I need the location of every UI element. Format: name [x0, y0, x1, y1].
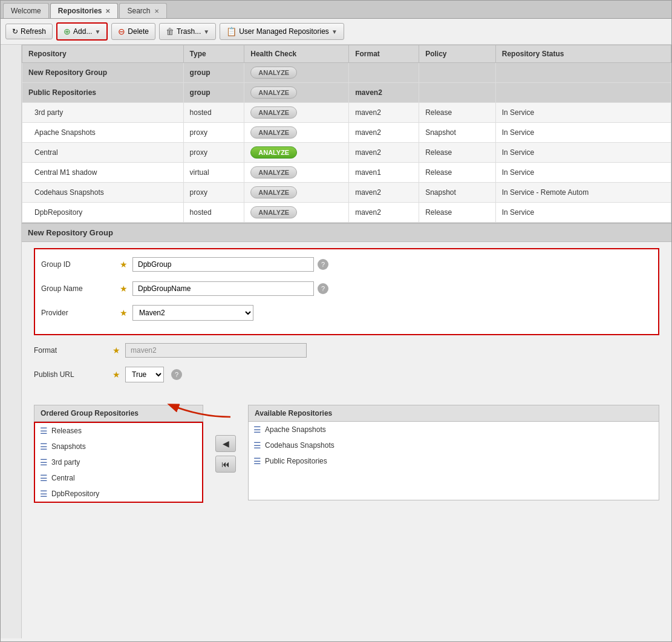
format-star: ★	[113, 346, 120, 355]
list-item-icon: ☰	[40, 457, 48, 467]
analyze-button[interactable]: ANALYZE	[250, 106, 297, 119]
cell-name: New Repository Group	[22, 63, 184, 83]
group-name-star: ★	[120, 284, 128, 293]
repos-panels: Ordered Group Repositories ☰Releases☰Sna…	[22, 396, 671, 512]
user-managed-button[interactable]: 📋 User Managed Repositories ▼	[220, 23, 344, 40]
list-item[interactable]: ☰Codehaus Snapshots	[249, 437, 659, 453]
add-icon: ⊕	[64, 27, 71, 36]
tab-repositories-close[interactable]: ✕	[105, 8, 110, 15]
provider-star: ★	[120, 308, 128, 318]
col-format: Format	[349, 45, 419, 63]
analyze-button[interactable]: ANALYZE	[250, 126, 297, 139]
cell-status: In Service - Remote Autom	[495, 183, 671, 203]
cell-status	[495, 83, 671, 103]
list-item[interactable]: ☰Public Repositories	[249, 453, 659, 469]
list-item-icon: ☰	[40, 426, 48, 436]
list-item-label: Snapshots	[51, 442, 86, 451]
cell-policy	[419, 63, 496, 83]
table-row[interactable]: Apache Snapshots proxy ANALYZE maven2 Sn…	[22, 123, 671, 143]
cell-health: ANALYZE	[244, 183, 349, 203]
list-item[interactable]: ☰Snapshots	[35, 439, 202, 454]
cell-format: maven2	[349, 183, 419, 203]
form-body: Group ID ★ ? Group Name ★ ?	[22, 242, 671, 396]
add-button[interactable]: ⊕ Add... ▼	[56, 22, 108, 41]
group-name-input[interactable]	[132, 281, 314, 296]
cell-type: group	[183, 83, 244, 103]
cell-format: maven2	[349, 123, 419, 143]
table-row[interactable]: New Repository Group group ANALYZE	[22, 63, 671, 83]
list-item-label: Releases	[51, 427, 82, 435]
cell-policy: Snapshot	[419, 183, 496, 203]
delete-label: Delete	[128, 27, 149, 36]
tab-search-close[interactable]: ✕	[154, 8, 159, 15]
cell-policy: Snapshot	[419, 123, 496, 143]
cell-name: DpbRepository	[22, 203, 184, 223]
analyze-button[interactable]: ANALYZE	[250, 67, 297, 79]
analyze-button[interactable]: ANALYZE	[250, 166, 297, 179]
col-repository: Repository	[22, 45, 184, 63]
available-panel-title: Available Repositories	[248, 405, 659, 422]
list-item-label: Public Repositories	[265, 457, 327, 465]
trash-button[interactable]: 🗑 Trash... ▼	[159, 23, 216, 40]
list-item-label: Apache Snapshots	[265, 425, 326, 434]
provider-label: Provider	[41, 309, 120, 317]
analyze-button[interactable]: ANALYZE	[250, 186, 297, 198]
list-item[interactable]: ☰DpbRepository	[35, 486, 202, 502]
list-item-icon: ☰	[253, 456, 261, 466]
col-policy: Policy	[419, 45, 496, 63]
move-left-button[interactable]: ◀	[215, 435, 236, 452]
move-first-button[interactable]: ⏮	[215, 456, 236, 473]
list-item-icon: ☰	[253, 425, 261, 434]
list-item-icon: ☰	[253, 441, 261, 450]
left-panel	[1, 45, 22, 638]
list-item-icon: ☰	[40, 489, 48, 499]
cell-status: In Service	[495, 203, 671, 223]
cell-status: In Service	[495, 103, 671, 123]
cell-name: 3rd party	[22, 103, 184, 123]
tab-welcome[interactable]: Welcome	[3, 3, 49, 18]
user-managed-dropdown-arrow: ▼	[331, 28, 338, 35]
tab-search[interactable]: Search ✕	[119, 3, 166, 18]
add-dropdown-arrow: ▼	[94, 28, 100, 35]
publish-url-field: Publish URL ★ True False ?	[34, 365, 659, 384]
publish-url-select[interactable]: True False	[125, 367, 164, 382]
cell-health: ANALYZE	[244, 63, 349, 83]
format-label: Format	[34, 346, 113, 355]
table-row[interactable]: Public Repositories group ANALYZE maven2	[22, 83, 671, 103]
publish-url-help[interactable]: ?	[171, 369, 182, 380]
analyze-button[interactable]: ANALYZE	[250, 146, 297, 159]
cell-status: In Service	[495, 163, 671, 183]
group-id-help[interactable]: ?	[318, 259, 328, 270]
refresh-button[interactable]: ↻ Refresh	[5, 24, 53, 39]
provider-select[interactable]: Maven2 Maven1 Nuget	[132, 305, 253, 321]
table-row[interactable]: Central M1 shadow virtual ANALYZE maven1…	[22, 163, 671, 183]
section-title: New Repository Group	[28, 228, 113, 237]
list-item-label: DpbRepository	[51, 490, 99, 498]
list-item-icon: ☰	[40, 473, 48, 483]
group-name-label: Group Name	[41, 284, 120, 293]
content-area: Repository Type Health Check Format Poli…	[22, 45, 671, 638]
refresh-icon: ↻	[12, 27, 18, 36]
analyze-button[interactable]: ANALYZE	[250, 87, 297, 99]
group-name-help[interactable]: ?	[318, 283, 328, 294]
list-item[interactable]: ☰3rd party	[35, 454, 202, 470]
group-id-input[interactable]	[132, 257, 314, 272]
analyze-button[interactable]: ANALYZE	[250, 206, 297, 218]
provider-select-wrapper: Maven2 Maven1 Nuget	[132, 305, 253, 321]
table-row[interactable]: 3rd party hosted ANALYZE maven2 Release …	[22, 103, 671, 123]
list-item[interactable]: ☰Apache Snapshots	[249, 422, 659, 437]
list-item[interactable]: ☰Releases	[35, 423, 202, 439]
group-name-field: Group Name ★ ?	[41, 280, 652, 298]
table-row[interactable]: Codehaus Snapshots proxy ANALYZE maven2 …	[22, 183, 671, 203]
group-id-label: Group ID	[41, 260, 120, 269]
table-row[interactable]: Central proxy ANALYZE maven2 Release In …	[22, 143, 671, 163]
tab-repositories[interactable]: Repositories ✕	[50, 3, 119, 18]
section-header: New Repository Group	[22, 223, 671, 242]
cell-format: maven1	[349, 163, 419, 183]
delete-button[interactable]: ⊖ Delete	[111, 23, 155, 40]
cell-policy: Release	[419, 163, 496, 183]
list-item[interactable]: ☰Central	[35, 470, 202, 486]
cell-name: Public Repositories	[22, 83, 184, 103]
table-row[interactable]: DpbRepository hosted ANALYZE maven2 Rele…	[22, 203, 671, 223]
list-item-label: Codehaus Snapshots	[265, 441, 334, 450]
